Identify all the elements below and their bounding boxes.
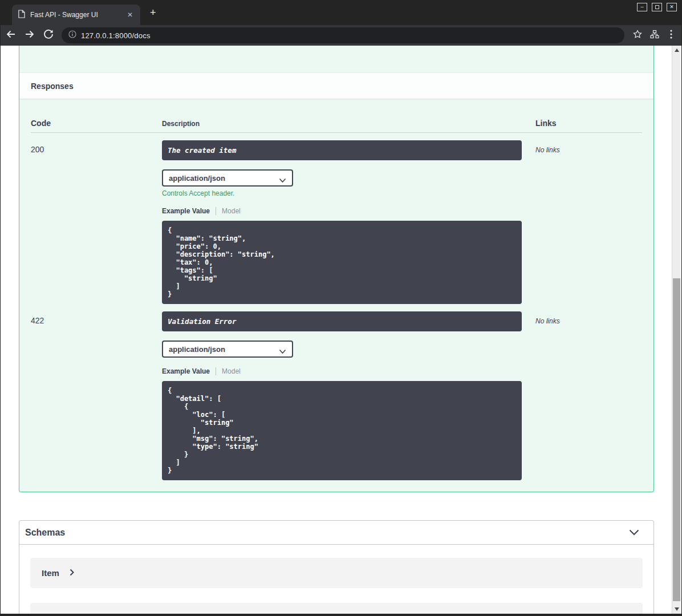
tab-model[interactable]: Model: [222, 207, 241, 215]
accept-header-note: Controls Accept header.: [162, 189, 535, 197]
schemas-section: Schemas Item ValidationError: [19, 520, 654, 614]
opblock-spacer: [19, 46, 653, 72]
response-links: No links: [535, 311, 642, 480]
example-json: { "detail": [ { "loc": [ "string" ], "ms…: [168, 387, 516, 475]
responses-table-header: Code Description Links: [31, 99, 642, 133]
browser-tab[interactable]: Fast API - Swagger UI ✕: [12, 5, 140, 25]
column-header-links: Links: [535, 119, 642, 128]
chevron-down-icon[interactable]: [629, 528, 639, 538]
model-row-validationerror[interactable]: ValidationError: [30, 603, 643, 614]
scrollbar-thumb[interactable]: [673, 278, 680, 601]
chevron-right-icon: [70, 568, 74, 578]
star-icon: [633, 30, 642, 39]
media-type-control: application/json: [162, 341, 293, 358]
responses-table: Code Description Links 200 The created i…: [19, 99, 653, 492]
forward-button[interactable]: [21, 29, 38, 42]
example-model-tabs: Example Value Model: [162, 206, 535, 215]
schemas-list: Item ValidationError: [19, 545, 653, 614]
media-type-control: application/json: [162, 169, 293, 187]
media-type-select[interactable]: application/json: [162, 169, 293, 187]
scroll-up-arrow[interactable]: [672, 46, 681, 55]
responses-title: Responses: [31, 82, 74, 91]
responses-section-header: Responses: [19, 72, 653, 99]
tab-title: Fast API - Swagger UI: [30, 11, 125, 19]
column-header-description: Description: [162, 120, 535, 128]
response-description-cell: Validation Error application/json Exampl…: [162, 311, 535, 480]
back-arrow-icon: [6, 29, 16, 39]
minimize-button[interactable]: ‒: [637, 3, 647, 11]
tab-close-icon[interactable]: ✕: [125, 11, 135, 19]
triangle-up-icon: [675, 48, 679, 52]
response-description: The created item: [162, 140, 522, 160]
response-links: No links: [535, 140, 642, 304]
page-scrollbar[interactable]: [672, 46, 681, 614]
reload-icon: [43, 29, 54, 39]
site-info-icon[interactable]: [68, 30, 76, 40]
response-description-cell: The created item application/json Contro…: [162, 140, 535, 304]
maximize-button[interactable]: [652, 3, 662, 11]
tab-example-value[interactable]: Example Value: [162, 207, 210, 215]
page-favicon-icon: [18, 10, 25, 21]
tab-example-value[interactable]: Example Value: [162, 367, 210, 375]
tab-separator: [216, 207, 216, 215]
forward-arrow-icon: [25, 29, 35, 39]
model-row-item[interactable]: Item: [30, 558, 643, 588]
window-border-bottom: [1, 614, 681, 616]
tab-strip: Fast API - Swagger UI ✕ + ‒ ✕: [1, 0, 681, 25]
response-row-200: 200 The created item application/json Co…: [31, 133, 642, 304]
kebab-menu-icon: [670, 30, 672, 39]
response-row-422: 422 Validation Error application/json: [31, 304, 642, 480]
example-json-block: { "detail": [ { "loc": [ "string" ], "ms…: [162, 381, 522, 480]
model-name: Item: [42, 568, 59, 578]
scroll-down-arrow[interactable]: [672, 605, 681, 614]
url-text: 127.0.0.1:8000/docs: [81, 31, 151, 40]
schemas-header[interactable]: Schemas: [19, 521, 653, 545]
example-json-block: { "name": "string", "price": 0, "descrip…: [162, 221, 522, 304]
opblock-responses-section: Responses Code Description Links 200 The…: [19, 46, 654, 492]
browser-toolbar: 127.0.0.1:8000/docs: [1, 25, 681, 46]
tab-separator: [216, 367, 216, 375]
new-tab-button[interactable]: +: [150, 7, 156, 18]
close-button[interactable]: ✕: [667, 3, 677, 11]
sitemap-icon: [650, 30, 659, 39]
example-json: { "name": "string", "price": 0, "descrip…: [168, 226, 516, 298]
schemas-title: Schemas: [25, 528, 65, 538]
response-code: 200: [31, 140, 162, 304]
example-model-tabs: Example Value Model: [162, 367, 535, 375]
tab-model[interactable]: Model: [222, 367, 241, 375]
response-code: 422: [31, 311, 162, 480]
extensions-button[interactable]: [646, 30, 663, 41]
reload-button[interactable]: [40, 29, 57, 42]
browser-window: Fast API - Swagger UI ✕ + ‒ ✕ 127.0.0.1:…: [0, 0, 682, 616]
maximize-icon: [655, 5, 659, 9]
back-button[interactable]: [2, 29, 19, 42]
bookmark-star-button[interactable]: [629, 30, 646, 41]
column-header-code: Code: [31, 119, 162, 128]
media-type-select[interactable]: application/json: [162, 341, 293, 358]
triangle-down-icon: [675, 607, 679, 611]
window-controls: ‒ ✕: [637, 3, 677, 11]
response-description: Validation Error: [162, 311, 522, 331]
address-bar[interactable]: 127.0.0.1:8000/docs: [62, 27, 624, 43]
swagger-page: Responses Code Description Links 200 The…: [1, 46, 672, 614]
browser-menu-button[interactable]: [663, 30, 679, 41]
